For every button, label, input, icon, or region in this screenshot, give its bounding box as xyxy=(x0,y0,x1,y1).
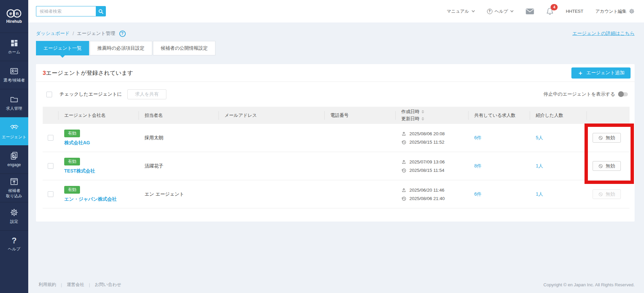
contact-link[interactable]: お問い合わせ xyxy=(95,282,121,288)
app-logo[interactable]: e n Hirehub xyxy=(0,0,28,33)
breadcrumb-dashboard-link[interactable]: ダッシュボード xyxy=(36,31,70,37)
status-badge: 有効 xyxy=(64,158,80,165)
updated-date: 2025/08/06 21:40 xyxy=(409,196,445,201)
row-checkbox[interactable] xyxy=(48,135,53,141)
svg-text:e: e xyxy=(9,11,12,16)
show-stopped-toggle[interactable] xyxy=(619,92,628,96)
agent-list-panel: 3エージェントが登録されています ＋ エージェント追加 チェックしたエージェント… xyxy=(36,64,635,222)
ban-icon xyxy=(598,164,603,168)
plus-icon: ＋ xyxy=(577,70,583,76)
gear-icon xyxy=(629,8,635,14)
created-date: 2025/06/20 11:46 xyxy=(409,188,444,193)
mail-icon xyxy=(526,8,534,14)
updated-history-icon xyxy=(401,168,406,173)
row-checkbox[interactable] xyxy=(48,191,53,197)
company-link[interactable]: TEST株式会社 xyxy=(64,168,95,174)
manual-menu[interactable]: マニュアル xyxy=(447,8,475,14)
header-person: 担当者名 xyxy=(138,112,218,118)
sidebar-item-jobs[interactable]: 求人管理 xyxy=(0,89,28,117)
updated-date: 2025/08/15 11:54 xyxy=(409,168,444,173)
sidebar-item-help[interactable]: ? ヘルプ xyxy=(0,230,28,258)
documents-icon xyxy=(10,151,18,160)
terms-link[interactable]: 利用規約 xyxy=(39,282,56,288)
topbar: マニュアル ? ヘルプ 4 HHTEST アカウント編集 xyxy=(28,0,644,22)
ban-icon xyxy=(598,192,603,197)
main-content: ダッシュボード / エージェント管理 ? エージェントの詳細はこちら エージェン… xyxy=(28,22,644,293)
select-all-checkbox[interactable] xyxy=(46,92,52,97)
ban-icon xyxy=(598,136,603,140)
tab-public-info[interactable]: 候補者の公開情報設定 xyxy=(153,41,215,55)
logo-product-name: Hirehub xyxy=(6,19,22,24)
gear-icon xyxy=(10,208,18,217)
account-name[interactable]: HHTEST xyxy=(566,9,583,14)
question-icon: ? xyxy=(12,237,17,244)
sidebar-item-settings[interactable]: 設定 xyxy=(0,202,28,230)
handshake-icon xyxy=(10,123,19,132)
company-link[interactable]: 株式会社AG xyxy=(64,140,90,146)
chevron-down-icon xyxy=(510,10,514,12)
notifications-button[interactable]: 4 xyxy=(546,7,554,15)
referred-people-link[interactable]: 1人 xyxy=(536,191,543,197)
disable-agent-button-disabled: 無効 xyxy=(593,189,621,199)
status-badge: 有効 xyxy=(64,130,80,137)
page-help-icon[interactable]: ? xyxy=(119,31,126,37)
tab-required-fields[interactable]: 推薦時の必須項目設定 xyxy=(90,41,152,55)
created-upload-icon xyxy=(401,131,406,136)
header-updated-sort[interactable]: 更新日時 xyxy=(401,115,468,123)
breadcrumb: ダッシュボード / エージェント管理 ? xyxy=(36,31,126,37)
candidate-search xyxy=(36,6,106,16)
sidebar-item-home[interactable]: ホーム xyxy=(0,33,28,61)
disable-agent-button[interactable]: 無効 xyxy=(593,161,621,171)
sidebar-item-import[interactable]: 候補者 取り込み xyxy=(0,174,28,202)
add-agent-button[interactable]: ＋ エージェント追加 xyxy=(571,67,631,79)
disable-agent-button[interactable]: 無効 xyxy=(593,133,621,143)
header-phone: 電話番号 xyxy=(324,112,395,118)
question-circle-icon: ? xyxy=(487,9,492,14)
table-row: 有効 株式会社AG 採用太朗 2025/08/06 20:08 2025/08/… xyxy=(43,124,630,152)
shared-jobs-link[interactable]: 6件 xyxy=(474,191,482,197)
search-icon xyxy=(98,9,104,14)
header-email: メールアドレス xyxy=(218,112,324,118)
company-link[interactable]: エン・ジャパン株式会社 xyxy=(64,196,117,202)
shared-jobs-link[interactable]: 6件 xyxy=(474,135,482,140)
status-badge: 有効 xyxy=(64,186,80,194)
header-jobs: 共有している求人数 xyxy=(468,112,530,118)
copyright-text: Copyright © en Japan Inc. All Rights Res… xyxy=(544,282,635,287)
sort-icon xyxy=(421,110,424,113)
referred-people-link[interactable]: 1人 xyxy=(536,163,543,168)
table-row: 有効 TEST株式会社 活躍花子 2025/07/09 13:06 2025/0… xyxy=(43,152,630,180)
company-link[interactable]: 運営会社 xyxy=(67,282,84,288)
notification-badge: 4 xyxy=(551,4,558,10)
search-input[interactable] xyxy=(36,6,96,16)
header-dates: 作成日時 更新日時 xyxy=(395,108,468,123)
referred-people-link[interactable]: 5人 xyxy=(536,135,543,140)
home-grid-icon xyxy=(10,39,18,47)
chevron-down-icon xyxy=(472,10,475,12)
en-logo-icon: e n xyxy=(6,9,22,18)
mail-button[interactable] xyxy=(526,8,534,14)
created-upload-icon xyxy=(401,188,406,193)
person-cell: 採用太朗 xyxy=(138,135,218,141)
sidebar-item-candidates[interactable]: 選考/候補者 xyxy=(0,61,28,89)
footer: 利用規約 | 運営会社 | お問い合わせ Copyright © en Japa… xyxy=(28,277,644,293)
person-cell: エン エージェント xyxy=(138,191,218,197)
share-jobs-button[interactable]: 求人を共有 xyxy=(127,89,166,99)
agent-detail-link[interactable]: エージェントの詳細はこちら xyxy=(572,31,635,37)
sidebar-item-agent[interactable]: エージェント xyxy=(0,117,28,145)
account-edit-button[interactable]: アカウント編集 xyxy=(595,8,635,14)
header-created-sort[interactable]: 作成日時 xyxy=(401,108,468,115)
sidebar-item-engage[interactable]: engage xyxy=(0,145,28,174)
tab-agent-list[interactable]: エージェント一覧 xyxy=(36,41,89,55)
show-stopped-label: 停止中のエージェントを表示する xyxy=(544,91,615,97)
row-checkbox[interactable] xyxy=(48,163,53,169)
import-upload-icon xyxy=(10,177,18,186)
created-date: 2025/08/06 20:08 xyxy=(409,131,445,136)
agent-count-text: 3エージェントが登録されています xyxy=(43,69,133,77)
updated-history-icon xyxy=(401,196,406,201)
help-menu[interactable]: ? ヘルプ xyxy=(487,8,514,14)
shared-jobs-link[interactable]: 8件 xyxy=(474,163,482,168)
search-button[interactable] xyxy=(96,6,106,16)
sidebar: e n Hirehub ホーム 選考/候補者 求人管理 エージェント xyxy=(0,0,28,293)
svg-text:n: n xyxy=(16,11,19,16)
created-upload-icon xyxy=(401,159,406,164)
